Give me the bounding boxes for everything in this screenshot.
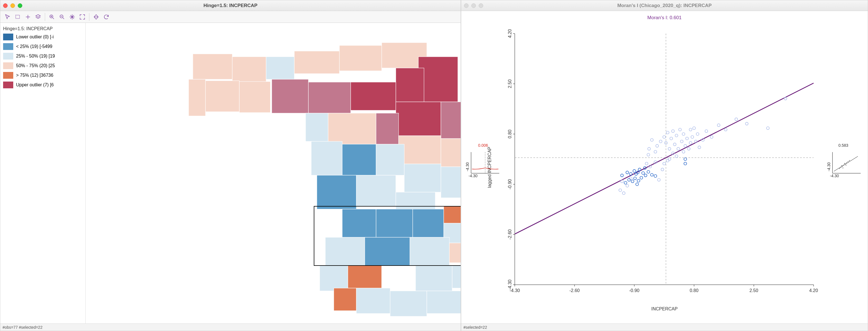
svg-rect-29: [317, 175, 356, 209]
svg-point-89: [648, 147, 650, 150]
status-text: #selected=22: [463, 325, 487, 330]
legend-panel: Hinge=1.5: INCPERCAP Lower outlier (0) […: [0, 23, 86, 323]
svg-point-131: [735, 118, 738, 121]
svg-point-152: [647, 170, 650, 173]
svg-point-113: [680, 140, 683, 143]
svg-point-173: [843, 168, 843, 168]
minimize-icon[interactable]: [471, 3, 476, 8]
pointer-tool[interactable]: [3, 12, 13, 22]
svg-point-139: [629, 172, 632, 175]
svg-point-138: [627, 178, 630, 181]
svg-point-162: [839, 168, 840, 169]
legend-item[interactable]: Lower outlier (0) [-i: [3, 34, 83, 40]
svg-point-171: [844, 163, 845, 164]
titlebar[interactable]: Hinge=1.5: INCPERCAP: [0, 0, 461, 11]
legend-label: 25% - 50% (19) [19: [16, 54, 55, 59]
svg-text:2.50: 2.50: [749, 288, 758, 293]
svg-text:4.20: 4.20: [507, 29, 512, 38]
select-rect-tool[interactable]: [13, 12, 23, 22]
zoom-in-tool[interactable]: [47, 12, 57, 22]
inset-right: 0.583 -4.30 -4.30: [828, 149, 862, 177]
svg-point-85: [626, 184, 629, 187]
svg-rect-9: [418, 57, 458, 102]
plot-area[interactable]: Moran's I: 0.601 -4.30-2.60-0.900.802.50…: [461, 11, 868, 323]
svg-rect-47: [334, 288, 356, 311]
svg-rect-30: [356, 175, 396, 206]
svg-point-170: [841, 165, 842, 166]
svg-point-122: [693, 127, 695, 130]
svg-point-128: [710, 135, 713, 138]
svg-point-119: [689, 128, 692, 131]
svg-rect-44: [382, 266, 415, 291]
diamond-tool[interactable]: [91, 12, 101, 22]
svg-rect-0: [16, 15, 20, 18]
svg-point-97: [661, 168, 664, 171]
refresh-tool[interactable]: [101, 12, 111, 22]
svg-point-95: [657, 178, 660, 181]
svg-rect-43: [348, 266, 382, 288]
minimize-icon[interactable]: [10, 3, 15, 8]
x-axis-label: INCPERCAP: [461, 306, 868, 311]
svg-point-112: [679, 128, 681, 131]
extent-tool[interactable]: [77, 12, 87, 22]
legend-item[interactable]: Upper outlier (7) [6: [3, 82, 83, 88]
svg-point-107: [672, 130, 674, 133]
svg-point-146: [637, 179, 640, 182]
svg-point-169: [849, 160, 850, 161]
moran-scatterplot[interactable]: -4.30-2.60-0.900.802.504.20-4.30-2.60-0.…: [492, 22, 819, 307]
add-tool[interactable]: [23, 12, 33, 22]
svg-point-124: [696, 133, 699, 135]
svg-rect-34: [413, 209, 444, 237]
inset-right-ytick: -4.30: [827, 162, 831, 171]
svg-point-111: [677, 147, 680, 150]
svg-point-141: [633, 170, 636, 172]
svg-text:0.80: 0.80: [507, 130, 512, 138]
legend-item[interactable]: < 25% (19) [-5499: [3, 43, 83, 50]
legend-item[interactable]: > 75% (12) [36736: [3, 72, 83, 79]
legend-item[interactable]: 25% - 50% (19) [19: [3, 53, 83, 59]
svg-point-129: [717, 124, 720, 127]
svg-point-109: [675, 155, 678, 158]
zoom-out-tool[interactable]: [57, 12, 67, 22]
svg-rect-26: [376, 144, 404, 175]
inset-left: 0.006 -4.30 -4.30: [467, 149, 501, 177]
legend-label: Upper outlier (7) [6: [16, 82, 54, 87]
titlebar[interactable]: Moran's I (Chicago_2020_q): INCPERCAP: [461, 0, 868, 11]
svg-rect-16: [351, 82, 396, 110]
close-icon[interactable]: [464, 3, 468, 8]
svg-point-88: [647, 153, 650, 156]
svg-rect-33: [376, 209, 413, 237]
status-bar: #selected=22: [461, 323, 868, 331]
svg-point-110: [675, 134, 678, 137]
svg-rect-49: [390, 291, 427, 316]
svg-rect-23: [441, 139, 461, 167]
svg-point-102: [666, 131, 669, 134]
svg-rect-37: [325, 237, 365, 266]
svg-point-86: [629, 177, 632, 180]
plot-title: Moran's I: 0.601: [461, 15, 868, 21]
svg-point-115: [682, 133, 685, 135]
inset-left-ytick: -4.30: [465, 162, 470, 171]
layers-tool[interactable]: [33, 12, 43, 22]
close-icon[interactable]: [3, 3, 8, 8]
svg-point-120: [689, 141, 692, 144]
legend-item[interactable]: 50% - 75% (20) [25: [3, 62, 83, 69]
traffic-lights: [3, 3, 22, 8]
svg-point-148: [640, 176, 643, 179]
pan-tool[interactable]: [67, 12, 77, 22]
svg-point-127: [705, 130, 708, 133]
map-canvas[interactable]: [86, 23, 461, 323]
maximize-icon[interactable]: [479, 3, 483, 8]
svg-rect-13: [239, 82, 270, 113]
svg-point-117: [686, 137, 688, 140]
svg-point-149: [642, 171, 645, 174]
status-bar: #obs=77 #selected=22: [0, 323, 461, 331]
choropleth-map[interactable]: [86, 23, 461, 322]
svg-point-135: [620, 174, 623, 177]
status-text: #obs=77 #selected=22: [3, 325, 42, 330]
svg-point-98: [663, 135, 665, 138]
svg-rect-42: [320, 266, 348, 291]
svg-rect-4: [232, 57, 266, 82]
svg-rect-7: [339, 46, 382, 71]
maximize-icon[interactable]: [18, 3, 22, 8]
